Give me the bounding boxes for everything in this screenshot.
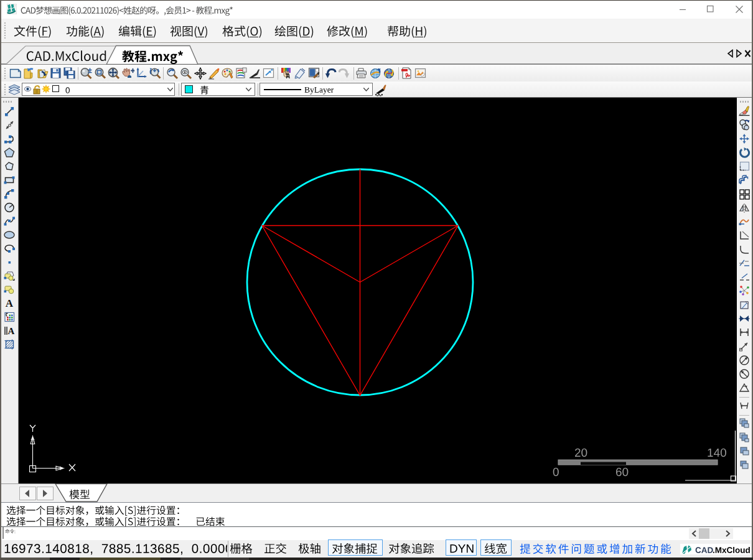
svg-text:A: A xyxy=(6,297,14,309)
svg-text:A: A xyxy=(8,326,15,336)
